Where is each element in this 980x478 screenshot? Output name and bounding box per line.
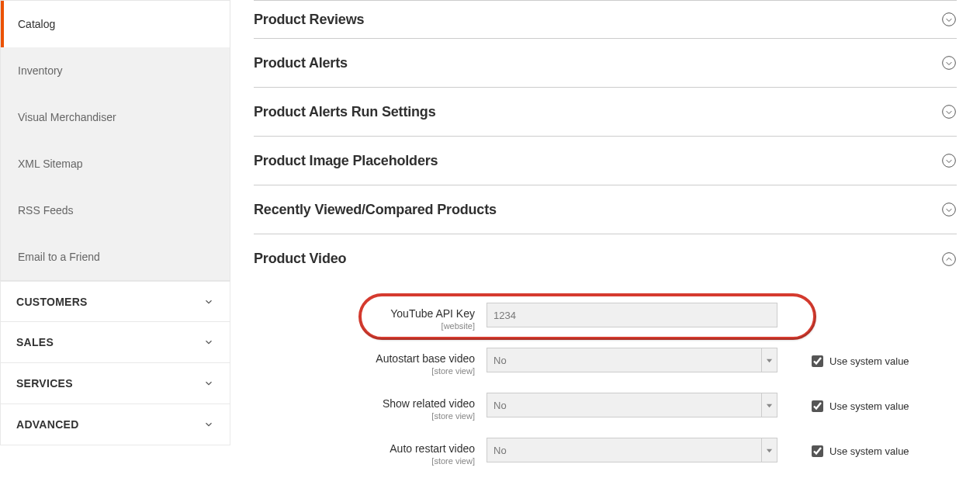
select-value: No xyxy=(493,400,507,411)
use-system-value-checkbox[interactable] xyxy=(812,400,823,412)
sidebar-groups: CUSTOMERS SALES SERVICES ADVANCED xyxy=(0,281,230,445)
chevron-down-icon xyxy=(203,378,214,389)
section-product-reviews[interactable]: Product Reviews xyxy=(254,0,957,39)
sidebar: Catalog Inventory Visual Merchandiser XM… xyxy=(0,0,230,478)
sidebar-group-sales[interactable]: SALES xyxy=(0,322,230,363)
section-title: Product Alerts Run Settings xyxy=(254,104,436,120)
sidebar-group-customers[interactable]: CUSTOMERS xyxy=(0,281,230,322)
label-show-related-video: Show related video xyxy=(254,397,475,410)
label-auto-restart-video: Auto restart video xyxy=(254,442,475,455)
use-system-value-checkbox[interactable] xyxy=(812,355,823,367)
product-video-form: YouTube API Key [website] Autostart base… xyxy=(254,303,957,466)
sidebar-group-label: CUSTOMERS xyxy=(16,296,88,308)
sidebar-item-inventory[interactable]: Inventory xyxy=(1,47,230,94)
section-title: Recently Viewed/Compared Products xyxy=(254,202,497,218)
section-recently-viewed-compared-products[interactable]: Recently Viewed/Compared Products xyxy=(254,185,957,234)
svg-point-3 xyxy=(943,154,956,168)
use-system-value-restart[interactable]: Use system value xyxy=(809,438,909,459)
form-row-autostart-base-video: Autostart base video [store view] No Use… xyxy=(254,348,957,376)
form-row-show-related-video: Show related video [store view] No Use s… xyxy=(254,393,957,421)
use-system-value-label: Use system value xyxy=(829,355,909,367)
section-title: Product Video xyxy=(254,251,346,267)
sidebar-group-label: ADVANCED xyxy=(16,418,79,431)
use-system-value-label: Use system value xyxy=(829,445,909,457)
auto-restart-select[interactable]: No xyxy=(487,438,777,462)
svg-point-1 xyxy=(943,57,956,70)
label-scope: [store view] xyxy=(254,456,475,466)
svg-marker-6 xyxy=(767,358,772,362)
chevron-down-icon xyxy=(203,296,214,307)
sidebar-group-label: SERVICES xyxy=(16,377,73,390)
main-content: Product Reviews Product Alerts Product A… xyxy=(230,0,980,478)
label-autostart-base-video: Autostart base video xyxy=(254,352,475,365)
sidebar-item-xml-sitemap[interactable]: XML Sitemap xyxy=(1,140,230,187)
chevron-down-icon xyxy=(203,337,214,348)
section-product-alerts-run-settings[interactable]: Product Alerts Run Settings xyxy=(254,88,957,137)
sidebar-item-visual-merchandiser[interactable]: Visual Merchandiser xyxy=(1,94,230,140)
chevron-down-icon xyxy=(203,419,214,430)
autostart-select[interactable]: No xyxy=(487,348,777,372)
show-related-select[interactable]: No xyxy=(487,393,777,417)
section-product-image-placeholders[interactable]: Product Image Placeholders xyxy=(254,137,957,185)
sidebar-group-advanced[interactable]: ADVANCED xyxy=(0,404,230,445)
chevron-down-circle-icon xyxy=(941,55,957,71)
chevron-down-circle-icon xyxy=(941,12,957,27)
section-title: Product Reviews xyxy=(254,12,364,28)
section-title: Product Alerts xyxy=(254,55,348,71)
svg-point-4 xyxy=(943,203,956,216)
label-scope: [store view] xyxy=(254,366,475,376)
dropdown-icon xyxy=(761,438,777,462)
label-scope: [store view] xyxy=(254,411,475,421)
sidebar-item-catalog[interactable]: Catalog xyxy=(1,1,230,47)
sidebar-item-rss-feeds[interactable]: RSS Feeds xyxy=(1,187,230,234)
youtube-api-key-input[interactable] xyxy=(487,303,777,327)
svg-marker-8 xyxy=(767,449,772,452)
dropdown-icon xyxy=(761,393,777,417)
svg-marker-7 xyxy=(767,404,772,407)
select-value: No xyxy=(493,445,507,456)
select-value: No xyxy=(493,355,507,366)
svg-point-2 xyxy=(943,106,956,119)
sidebar-group-label: SALES xyxy=(16,336,54,348)
label-scope: [website] xyxy=(254,321,475,331)
section-product-video[interactable]: Product Video xyxy=(254,234,957,283)
sidebar-subnav: Catalog Inventory Visual Merchandiser XM… xyxy=(0,0,230,281)
use-system-value-autostart[interactable]: Use system value xyxy=(809,348,909,369)
form-row-youtube-api-key: YouTube API Key [website] xyxy=(254,303,957,331)
section-product-alerts[interactable]: Product Alerts xyxy=(254,39,957,88)
section-title: Product Image Placeholders xyxy=(254,153,438,169)
chevron-down-circle-icon xyxy=(941,104,957,120)
use-system-value-related[interactable]: Use system value xyxy=(809,393,909,414)
svg-point-0 xyxy=(943,13,956,26)
sidebar-item-email-to-a-friend[interactable]: Email to a Friend xyxy=(1,234,230,280)
chevron-down-circle-icon xyxy=(941,202,957,217)
use-system-value-label: Use system value xyxy=(829,400,909,412)
chevron-down-circle-icon xyxy=(941,153,957,168)
chevron-up-circle-icon xyxy=(941,251,957,267)
dropdown-icon xyxy=(761,348,777,372)
sidebar-group-services[interactable]: SERVICES xyxy=(0,363,230,404)
use-system-value-checkbox[interactable] xyxy=(812,445,823,457)
form-row-auto-restart-video: Auto restart video [store view] No Use s… xyxy=(254,438,957,466)
svg-point-5 xyxy=(943,252,956,265)
label-youtube-api-key: YouTube API Key xyxy=(254,307,475,320)
